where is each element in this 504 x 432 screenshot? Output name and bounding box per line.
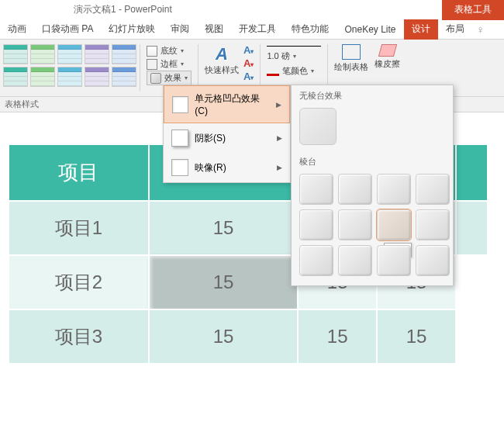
cell-bevel-item[interactable]: 单元格凹凸效果(C) ▶ — [164, 85, 290, 123]
reflection-label: 映像(R) — [195, 161, 226, 175]
style-thumb[interactable] — [30, 44, 55, 64]
draw-table-label: 绘制表格 — [334, 61, 368, 73]
chevron-right-icon: ▶ — [277, 164, 282, 171]
bevel-option[interactable] — [299, 245, 333, 276]
tab-view[interactable]: 视图 — [197, 19, 231, 40]
bevel-option[interactable] — [377, 245, 411, 276]
bevel-option[interactable] — [338, 174, 372, 205]
bevel-option[interactable] — [377, 174, 411, 205]
table-row: 项目3 15 15 15 — [9, 309, 488, 364]
tab-slideshow[interactable]: 幻灯片放映 — [101, 19, 163, 40]
tab-design[interactable]: 设计 — [404, 19, 438, 40]
text-effect-icon[interactable]: A▾ — [243, 71, 254, 82]
shading-button[interactable]: 底纹 ▾ — [147, 44, 192, 57]
eraser-label: 橡皮擦 — [375, 58, 400, 70]
table-cell[interactable]: 15 — [149, 201, 298, 255]
reflection-swatch-icon — [171, 159, 188, 176]
table-cell[interactable]: 项目2 — [9, 255, 149, 309]
reflection-item[interactable]: 映像(R) ▶ — [164, 153, 290, 182]
style-thumb[interactable] — [85, 67, 109, 87]
style-thumb[interactable] — [85, 44, 109, 64]
bevel-option[interactable] — [416, 245, 450, 276]
bevel-option[interactable] — [299, 174, 333, 205]
tab-special[interactable]: 特色功能 — [284, 19, 337, 40]
shadow-swatch-icon — [171, 130, 188, 147]
title-bar: 演示文稿1 - PowerPoint 表格工具 — [0, 0, 504, 19]
no-bevel-section-title: 无棱台效果 — [292, 85, 453, 105]
tab-animation[interactable]: 动画 — [0, 19, 34, 40]
style-thumb[interactable] — [3, 44, 28, 64]
tell-me-icon[interactable]: ♀ — [477, 23, 485, 36]
pen-style-selector[interactable] — [267, 46, 321, 49]
pen-weight-selector[interactable]: 1.0 磅 ▾ — [267, 50, 321, 62]
style-thumb[interactable] — [57, 67, 82, 87]
table-style-label: 表格样式 — [5, 99, 39, 109]
quickstyle-label: 快速样式 — [205, 64, 239, 76]
style-thumb[interactable] — [3, 67, 28, 87]
style-thumb[interactable] — [30, 67, 55, 87]
table-cell-bevel[interactable]: 15 — [149, 255, 298, 309]
table-style-gallery[interactable] — [0, 40, 140, 96]
pen-color-button[interactable]: 笔颜色 ▾ — [267, 65, 321, 77]
bevel-option[interactable] — [338, 245, 372, 276]
bevel-option[interactable] — [416, 174, 450, 205]
style-thumb[interactable] — [112, 67, 136, 87]
bevel-section-title: 棱台 — [292, 151, 453, 171]
document-title: 演示文稿1 - PowerPoint — [74, 3, 172, 16]
table-cell[interactable]: 15 — [298, 309, 377, 364]
quickstyle-icon[interactable]: A — [205, 44, 239, 64]
text-fill-icon[interactable]: A▾ — [243, 44, 254, 56]
shadow-label: 阴影(S) — [195, 132, 226, 145]
tab-onekey[interactable]: OneKey Lite — [337, 19, 403, 40]
bevel-option[interactable] — [299, 209, 333, 240]
effect-dropdown: 单元格凹凸效果(C) ▶ 阴影(S) ▶ 映像(R) ▶ — [163, 85, 291, 183]
table-cell[interactable] — [456, 201, 488, 255]
bevel-grid: 凸起 — [292, 171, 453, 279]
cell-bevel-label: 单元格凹凸效果(C) — [195, 92, 270, 116]
table-header[interactable]: 项目 — [9, 144, 149, 201]
pen-icon — [267, 67, 279, 76]
tab-layout[interactable]: 布局 — [438, 19, 472, 40]
table-cell[interactable]: 15 — [149, 309, 298, 364]
tab-pocket-anim[interactable]: 口袋动画 PA — [34, 19, 101, 40]
chevron-right-icon: ▶ — [276, 101, 281, 109]
effect-button[interactable]: 效果 ▾ — [147, 71, 192, 85]
table-header[interactable] — [456, 144, 488, 201]
no-bevel-option[interactable] — [299, 108, 337, 145]
table-cell[interactable]: 项目3 — [9, 309, 149, 364]
wordart-side: A▾ A▾ A▾ — [243, 44, 254, 82]
bevel-option[interactable] — [338, 209, 372, 240]
text-outline-icon[interactable]: A▾ — [243, 57, 254, 69]
bevel-option-selected[interactable]: 凸起 — [377, 209, 411, 240]
tab-review[interactable]: 审阅 — [163, 19, 197, 40]
bevel-gallery-panel: 无棱台效果 棱台 凸起 — [291, 85, 454, 286]
style-thumb[interactable] — [112, 44, 136, 64]
ribbon-tabs: 动画 口袋动画 PA 幻灯片放映 审阅 视图 开发工具 特色功能 OneKey … — [0, 19, 504, 40]
table-cell[interactable]: 项目1 — [9, 201, 149, 255]
bevel-option[interactable] — [416, 209, 450, 240]
eraser-icon — [378, 44, 397, 57]
bevel-swatch-icon — [172, 96, 188, 113]
border-button[interactable]: 边框 ▾ — [147, 57, 192, 71]
draw-table-icon — [342, 44, 361, 60]
style-thumb[interactable] — [57, 44, 82, 64]
tab-developer[interactable]: 开发工具 — [231, 19, 284, 40]
contextual-tab-label: 表格工具 — [442, 0, 504, 20]
shadow-item[interactable]: 阴影(S) ▶ — [164, 123, 290, 153]
table-cell[interactable]: 15 — [377, 309, 456, 364]
chevron-right-icon: ▶ — [277, 134, 282, 142]
